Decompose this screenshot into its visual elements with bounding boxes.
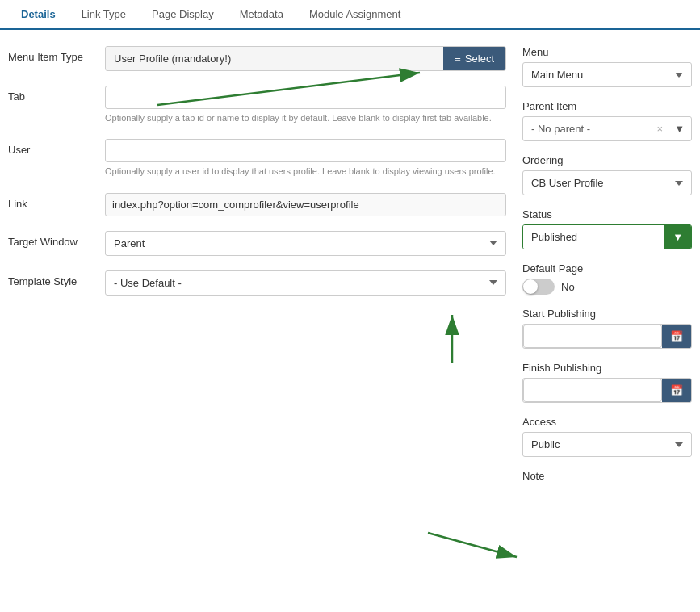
parent-item-field: - No parent - × ▼	[522, 116, 692, 141]
main-content: Menu Item Type User Profile (mandatory!)…	[0, 30, 700, 511]
tab-help-text: Optionally supply a tab id or name to di…	[105, 112, 506, 124]
menu-group: Menu Main Menu	[522, 46, 692, 87]
tab-details[interactable]: Details	[8, 0, 69, 30]
status-field: Published ▼	[522, 224, 692, 249]
target-window-control: Parent	[105, 231, 506, 256]
access-label: Access	[522, 416, 692, 428]
parent-item-group: Parent Item - No parent - × ▼	[522, 100, 692, 141]
menu-item-type-value: User Profile (mandatory!)	[106, 47, 443, 70]
menu-item-type-control: User Profile (mandatory!) ≡ Select	[105, 46, 506, 71]
link-input[interactable]	[105, 193, 506, 216]
tab-input[interactable]	[105, 86, 506, 109]
tab-page-display[interactable]: Page Display	[139, 0, 227, 28]
start-publishing-calendar-button[interactable]: 📅	[662, 325, 691, 348]
start-publishing-group: Start Publishing 📅	[522, 308, 692, 349]
tab-link-type[interactable]: Link Type	[69, 0, 139, 28]
tab-bar: Details Link Type Page Display Metadata …	[0, 0, 700, 30]
default-page-toggle[interactable]	[522, 279, 555, 295]
template-style-control: - Use Default -	[105, 270, 506, 296]
status-label: Status	[522, 208, 692, 220]
start-publishing-label: Start Publishing	[522, 308, 692, 320]
left-panel: Menu Item Type User Profile (mandatory!)…	[8, 46, 506, 495]
ordering-group: Ordering CB User Profile	[522, 154, 692, 195]
user-field-label: User	[8, 139, 97, 156]
user-field-row: User Optionally supply a user id to disp…	[8, 139, 506, 178]
status-action-button[interactable]: ▼	[664, 225, 691, 249]
right-panel: Menu Main Menu Parent Item - No parent -…	[522, 46, 692, 495]
status-select[interactable]: Published	[523, 225, 664, 249]
finish-publishing-group: Finish Publishing 📅	[522, 362, 692, 403]
link-field-label: Link	[8, 193, 97, 210]
ordering-label: Ordering	[522, 154, 692, 166]
access-select[interactable]: Public	[522, 432, 692, 457]
ordering-select[interactable]: CB User Profile	[522, 170, 692, 195]
template-style-row: Template Style - Use Default -	[8, 270, 506, 296]
select-button[interactable]: ≡ Select	[443, 47, 505, 70]
status-group: Status Published ▼	[522, 208, 692, 249]
menu-label: Menu	[522, 46, 692, 58]
tab-field-row: Tab Optionally supply a tab id or name t…	[8, 86, 506, 124]
select-icon: ≡	[455, 52, 461, 65]
finish-publishing-field: 📅	[522, 378, 692, 403]
tab-field-control: Optionally supply a tab id or name to di…	[105, 86, 506, 124]
target-window-select[interactable]: Parent	[105, 231, 506, 256]
template-style-label: Template Style	[8, 270, 97, 287]
menu-item-type-field: User Profile (mandatory!) ≡ Select	[105, 46, 506, 71]
note-label: Note	[522, 470, 692, 482]
default-page-label: Default Page	[522, 262, 692, 275]
parent-item-label: Parent Item	[522, 100, 692, 112]
tab-metadata[interactable]: Metadata	[227, 0, 296, 28]
tab-field-label: Tab	[8, 86, 97, 103]
default-page-value: No	[561, 281, 575, 293]
template-style-select[interactable]: - Use Default -	[105, 270, 506, 296]
user-help-text: Optionally supply a user id to display t…	[105, 166, 506, 178]
start-publishing-input[interactable]	[523, 325, 662, 348]
default-page-toggle-wrap: No	[522, 279, 692, 295]
link-field-control	[105, 193, 506, 216]
target-window-label: Target Window	[8, 231, 97, 248]
parent-item-value: - No parent -	[523, 117, 652, 140]
menu-item-type-row: Menu Item Type User Profile (mandatory!)…	[8, 46, 506, 71]
finish-publishing-label: Finish Publishing	[522, 362, 692, 374]
user-input[interactable]	[105, 139, 506, 162]
access-group: Access Public	[522, 416, 692, 457]
tab-module-assignment[interactable]: Module Assignment	[296, 0, 413, 28]
target-window-row: Target Window Parent	[8, 231, 506, 256]
link-field-row: Link	[8, 193, 506, 216]
note-group: Note	[522, 470, 692, 482]
calendar-icon-2: 📅	[670, 384, 683, 396]
menu-select[interactable]: Main Menu	[522, 62, 692, 87]
calendar-icon: 📅	[670, 330, 683, 342]
parent-item-clear-button[interactable]: ×	[652, 117, 669, 140]
default-page-group: Default Page No	[522, 262, 692, 295]
toggle-knob	[523, 279, 538, 294]
user-field-control: Optionally supply a user id to display t…	[105, 139, 506, 178]
menu-item-type-label: Menu Item Type	[8, 46, 97, 63]
start-publishing-field: 📅	[522, 324, 692, 349]
select-label: Select	[465, 52, 494, 65]
finish-publishing-calendar-button[interactable]: 📅	[662, 379, 691, 402]
parent-item-dropdown-button[interactable]: ▼	[668, 117, 691, 140]
finish-publishing-input[interactable]	[523, 379, 662, 402]
